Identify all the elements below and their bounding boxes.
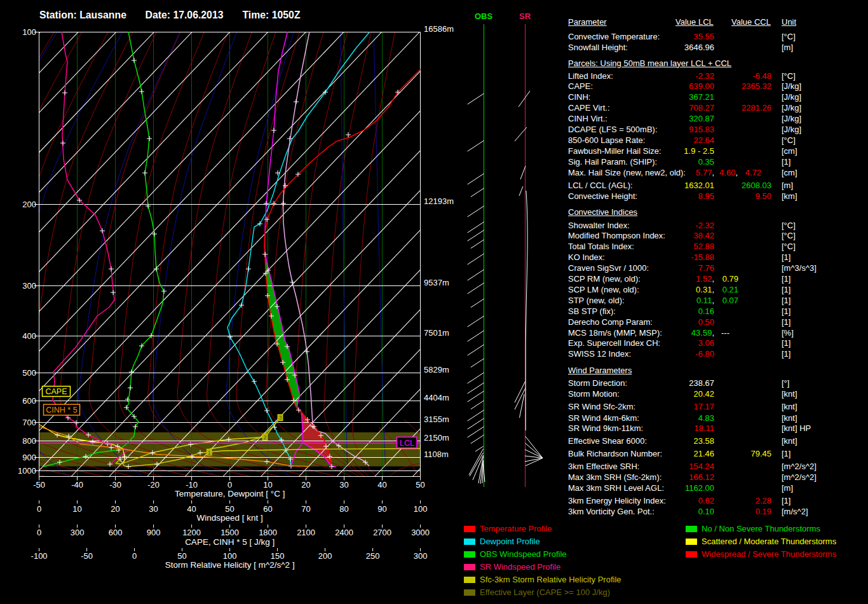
svg-text:0: 0 [227, 480, 232, 490]
svg-text:3000: 3000 [411, 528, 430, 537]
svg-text:200: 200 [318, 551, 332, 561]
svg-text:Time: 1050Z: Time: 1050Z [243, 10, 301, 20]
svg-text:-50: -50 [81, 551, 93, 561]
svg-text:12193m: 12193m [424, 196, 454, 206]
svg-text:30: 30 [149, 504, 158, 514]
svg-text:90: 90 [377, 504, 386, 514]
svg-text:100: 100 [414, 504, 428, 514]
svg-text:80: 80 [339, 504, 348, 514]
svg-text:70: 70 [301, 504, 310, 514]
svg-text:1500: 1500 [220, 528, 239, 537]
svg-text:CAPE, CINH * 5 [ J/kg ]: CAPE, CINH * 5 [ J/kg ] [185, 537, 275, 547]
svg-text:50: 50 [177, 551, 186, 561]
svg-text:1000: 1000 [18, 466, 36, 476]
svg-text:600: 600 [109, 528, 123, 537]
svg-text:50: 50 [416, 480, 424, 490]
svg-text:2400: 2400 [335, 528, 353, 537]
svg-text:OBS: OBS [475, 11, 493, 21]
svg-text:7501m: 7501m [424, 328, 449, 338]
svg-text:SR: SR [519, 11, 531, 21]
svg-text:Temperature, Dewpoint [ °C ]: Temperature, Dewpoint [ °C ] [175, 489, 285, 498]
svg-text:9537m: 9537m [424, 278, 449, 287]
svg-text:5829m: 5829m [424, 365, 449, 374]
svg-text:40: 40 [377, 480, 386, 490]
svg-text:500: 500 [22, 368, 36, 378]
svg-text:50: 50 [225, 504, 234, 514]
svg-text:20: 20 [301, 480, 310, 490]
svg-text:Storm Relative Helicity [ m^2: Storm Relative Helicity [ m^2/s^2 ] [165, 560, 295, 570]
svg-text:4404m: 4404m [424, 393, 449, 402]
svg-text:900: 900 [22, 453, 36, 462]
svg-text:16586m: 16586m [424, 24, 454, 34]
svg-text:-50: -50 [33, 480, 45, 490]
svg-text:900: 900 [147, 528, 161, 537]
svg-text:100: 100 [22, 27, 36, 37]
svg-text:Station: Lausanne: Station: Lausanne [39, 10, 126, 20]
svg-text:1200: 1200 [182, 528, 201, 537]
svg-text:2100: 2100 [297, 528, 315, 537]
svg-text:200: 200 [22, 200, 36, 209]
svg-text:-30: -30 [109, 480, 121, 490]
svg-text:40: 40 [187, 504, 196, 514]
svg-text:400: 400 [22, 331, 36, 341]
svg-text:1108m: 1108m [424, 450, 449, 459]
svg-text:20: 20 [111, 504, 119, 514]
svg-text:300: 300 [22, 281, 36, 291]
svg-text:60: 60 [263, 504, 272, 514]
svg-text:800: 800 [22, 436, 36, 446]
svg-text:-40: -40 [71, 480, 83, 490]
svg-text:10: 10 [72, 504, 81, 514]
svg-text:1: 1 [208, 450, 211, 456]
svg-text:1800: 1800 [259, 528, 277, 537]
svg-text:LCL: LCL [400, 439, 414, 448]
svg-text:Windspeed [ knt ]: Windspeed [ knt ] [196, 513, 262, 523]
svg-text:-100: -100 [31, 551, 48, 561]
svg-text:2150m: 2150m [424, 433, 449, 443]
svg-text:30: 30 [339, 480, 348, 490]
svg-text:100: 100 [223, 551, 237, 561]
svg-text:0: 0 [37, 528, 41, 537]
svg-text:250: 250 [366, 551, 380, 561]
svg-text:CINH * 5: CINH * 5 [46, 406, 77, 415]
svg-text:10: 10 [263, 480, 272, 490]
svg-text:0: 0 [37, 504, 41, 514]
svg-text:-20: -20 [147, 480, 159, 490]
svg-text:150: 150 [271, 551, 285, 561]
svg-text:300: 300 [414, 551, 428, 561]
svg-text:3: 3 [278, 415, 281, 421]
svg-text:600: 600 [22, 396, 36, 406]
svg-text:CAPE: CAPE [45, 387, 67, 396]
svg-text:300: 300 [71, 528, 85, 537]
svg-text:-10: -10 [186, 480, 198, 490]
svg-text:0: 0 [132, 551, 137, 561]
svg-text:2: 2 [263, 434, 266, 441]
svg-text:3155m: 3155m [424, 415, 449, 424]
svg-text:700: 700 [22, 418, 36, 427]
svg-text:Date: 17.06.2013: Date: 17.06.2013 [146, 10, 224, 20]
svg-text:2700: 2700 [373, 528, 391, 537]
